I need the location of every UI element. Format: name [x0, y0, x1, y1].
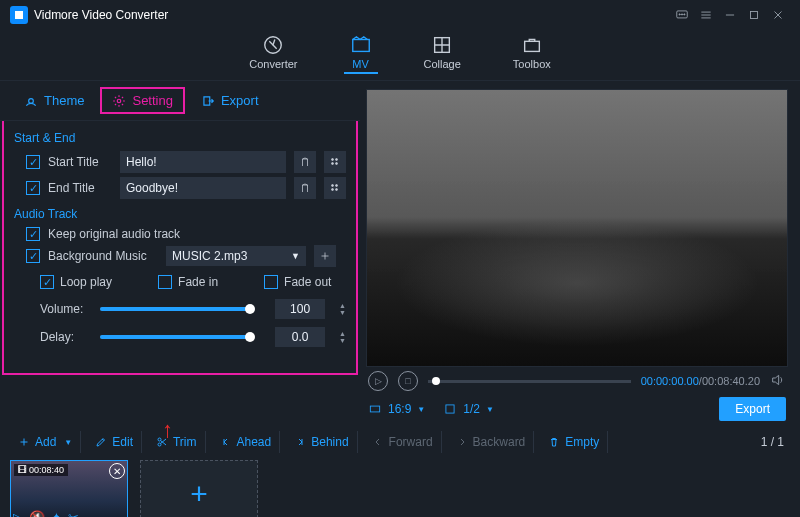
value-volume[interactable]: 100 [275, 299, 325, 319]
clip-duration: 🎞 00:08:40 [14, 464, 68, 476]
video-preview[interactable] [366, 89, 788, 367]
tab-theme[interactable]: Theme [14, 87, 94, 114]
spinner-volume[interactable]: ▲▼ [339, 302, 346, 316]
svg-point-12 [336, 159, 338, 161]
label-delay: Delay: [40, 330, 90, 344]
time-display: 00:00:00.00/00:08:40.20 [641, 375, 760, 387]
checkbox-start-title[interactable] [26, 155, 40, 169]
value-delay[interactable]: 0.0 [275, 327, 325, 347]
font-button-end[interactable] [294, 177, 316, 199]
zoom-dropdown[interactable]: 1/2 ▼ [443, 402, 494, 416]
svg-point-9 [29, 98, 34, 103]
nav-toolbox[interactable]: Toolbox [507, 32, 557, 74]
settings-panel: Start & End Start Title End Title Audio … [2, 121, 358, 375]
annotation-arrow-icon: ↑ [162, 417, 173, 443]
clip-trim-icon[interactable]: ✂ [68, 510, 79, 517]
clip-effects-icon[interactable]: ✦ [51, 510, 62, 517]
stop-button[interactable]: □ [398, 371, 418, 391]
left-tabs: Theme Setting Export [0, 81, 360, 121]
maximize-icon[interactable] [742, 3, 766, 27]
svg-point-14 [336, 163, 338, 165]
svg-point-11 [332, 159, 334, 161]
backward-button[interactable]: Backward [448, 431, 535, 453]
tab-setting[interactable]: Setting [100, 87, 184, 114]
app-title: Vidmore Video Converter [34, 8, 168, 22]
spinner-delay[interactable]: ▲▼ [339, 330, 346, 344]
empty-button[interactable]: Empty [540, 431, 608, 453]
main-area: Theme Setting Export Start & End Start T… [0, 81, 800, 421]
top-nav: Converter MV Collage Toolbox [0, 30, 800, 81]
color-button-end[interactable] [324, 177, 346, 199]
label-bg-music: Background Music [48, 249, 158, 263]
label-keep-audio: Keep original audio track [48, 227, 180, 241]
add-button[interactable]: Add▼ [10, 431, 81, 453]
nav-label: Collage [424, 58, 461, 70]
tab-export[interactable]: Export [191, 87, 269, 114]
titlebar: Vidmore Video Converter [0, 0, 800, 30]
checkbox-fadeout[interactable]: Fade out [264, 275, 331, 289]
add-music-button[interactable] [314, 245, 336, 267]
behind-button[interactable]: Behind [286, 431, 357, 453]
slider-delay[interactable] [100, 335, 250, 339]
color-button-start[interactable] [324, 151, 346, 173]
preview-column: ▷ □ 00:00:00.00/00:08:40.20 16:9 ▼ 1/2 ▼… [360, 81, 800, 421]
pager: 1 / 1 [761, 435, 790, 449]
input-end-title[interactable] [120, 177, 286, 199]
section-audio: Audio Track [14, 207, 346, 221]
preview-frame [367, 90, 787, 366]
label-end-title: End Title [48, 181, 112, 195]
svg-point-3 [684, 14, 685, 15]
svg-point-13 [332, 163, 334, 165]
checkbox-fadein[interactable]: Fade in [158, 275, 218, 289]
svg-point-17 [332, 189, 334, 191]
minimize-icon[interactable] [718, 3, 742, 27]
nav-label: MV [352, 58, 369, 70]
slider-volume[interactable] [100, 307, 250, 311]
edit-button[interactable]: Edit [87, 431, 142, 453]
forward-button[interactable]: Forward [364, 431, 442, 453]
clip-thumbnail[interactable]: 🎞 00:08:40 ✕ ▷ 🔇 ✦ ✂ [10, 460, 128, 517]
timeline[interactable] [428, 380, 631, 383]
nav-mv[interactable]: MV [344, 32, 378, 74]
export-button[interactable]: Export [719, 397, 786, 421]
filmstrip-icon: 🎞 [18, 465, 27, 475]
svg-rect-8 [524, 41, 539, 51]
volume-icon[interactable] [770, 372, 786, 391]
nav-collage[interactable]: Collage [418, 32, 467, 74]
nav-label: Toolbox [513, 58, 551, 70]
svg-rect-20 [446, 405, 454, 413]
clip-tray: 🎞 00:08:40 ✕ ▷ 🔇 ✦ ✂ + [0, 456, 800, 517]
checkbox-bg-music[interactable] [26, 249, 40, 263]
feedback-icon[interactable] [670, 3, 694, 27]
svg-point-1 [679, 14, 680, 15]
clip-remove-button[interactable]: ✕ [109, 463, 125, 479]
clip-mute-icon[interactable]: 🔇 [29, 510, 45, 517]
ahead-button[interactable]: Ahead [212, 431, 281, 453]
input-start-title[interactable] [120, 151, 286, 173]
aspect-dropdown[interactable]: 16:9 ▼ [368, 402, 425, 416]
nav-converter[interactable]: Converter [243, 32, 303, 74]
svg-rect-6 [352, 40, 369, 52]
svg-point-15 [332, 185, 334, 187]
checkbox-keep-audio[interactable] [26, 227, 40, 241]
play-button[interactable]: ▷ [368, 371, 388, 391]
svg-point-18 [336, 189, 338, 191]
svg-point-16 [336, 185, 338, 187]
trim-button[interactable]: Trim [148, 431, 206, 453]
playback-controls: ▷ □ 00:00:00.00/00:08:40.20 [366, 367, 788, 395]
svg-rect-19 [370, 406, 379, 412]
app-logo-icon [10, 6, 28, 24]
clip-play-icon[interactable]: ▷ [13, 510, 23, 517]
chevron-down-icon: ▼ [291, 251, 300, 261]
label-volume: Volume: [40, 302, 90, 316]
menu-icon[interactable] [694, 3, 718, 27]
plus-icon: + [190, 477, 208, 511]
clip-toolbar: Add▼ Edit Trim Ahead Behind Forward Back… [0, 421, 800, 456]
checkbox-end-title[interactable] [26, 181, 40, 195]
font-button-start[interactable] [294, 151, 316, 173]
checkbox-loop[interactable]: Loop play [40, 275, 112, 289]
section-start-end: Start & End [14, 131, 346, 145]
select-bg-music[interactable]: MUSIC 2.mp3 ▼ [166, 246, 306, 266]
add-clip-slot[interactable]: + [140, 460, 258, 517]
close-icon[interactable] [766, 3, 790, 27]
